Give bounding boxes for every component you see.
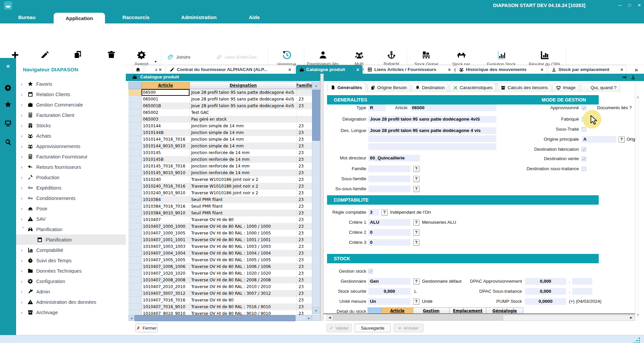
row-selector-cell[interactable]: [128, 203, 142, 210]
tree-item[interactable]: › Facturation Client: [16, 110, 126, 120]
famille-cell[interactable]: 23: [297, 216, 312, 223]
origine-principale-field[interactable]: A: [582, 136, 616, 143]
form-tab[interactable]: Calculs des besoins: [497, 83, 551, 92]
unite-lookup-button[interactable]: ?: [413, 298, 419, 304]
table-row[interactable]: 1010145 Jonction renforcée de 14 mm 23: [128, 149, 312, 156]
rail-icon[interactable]: [4, 120, 12, 127]
row-selector-cell[interactable]: [128, 96, 142, 102]
article-cell[interactable]: 1010384_9010_9010: [142, 210, 190, 216]
tab-close-icon[interactable]: ×: [448, 67, 451, 72]
famille-cell[interactable]: 23: [297, 290, 312, 297]
row-selector-cell[interactable]: [128, 210, 142, 216]
rail-icon[interactable]: [4, 138, 12, 146]
row-selector-cell[interactable]: [128, 163, 142, 169]
row-selector-cell[interactable]: [128, 190, 142, 196]
chevron-icon[interactable]: ›: [21, 123, 26, 128]
minimize-button[interactable]: ─: [615, 2, 624, 9]
article-cell[interactable]: 1010407_1006_1006: [142, 263, 190, 270]
article-cell[interactable]: 1010145: [142, 149, 190, 156]
row-selector-cell[interactable]: [128, 290, 142, 297]
tree-item[interactable]: Planification: [16, 234, 126, 245]
table-row[interactable]: 1010407_7016_7016 Traverse OV HI de 80 2…: [128, 297, 312, 303]
tab-close-icon[interactable]: ×: [288, 67, 291, 72]
tree-item[interactable]: › Configuration: [16, 276, 126, 286]
article-cell[interactable]: 065001B: [142, 102, 190, 109]
row-selector-header[interactable]: [128, 82, 142, 89]
article-cell[interactable]: 1010407_1005_1005: [142, 257, 190, 263]
famille-cell[interactable]: [297, 109, 312, 116]
destination-fabrication-checkbox[interactable]: [582, 147, 586, 152]
chevron-icon[interactable]: ›: [21, 133, 26, 139]
table-row[interactable]: 1010144 Jonction simple de 14 mm 23: [128, 123, 312, 129]
designation-cell[interactable]: Traverse W1010186 joint noir x 2: [190, 190, 297, 196]
famille-cell[interactable]: 23: [297, 136, 312, 143]
tree-item[interactable]: › Données Techniques: [16, 266, 126, 276]
article-cell[interactable]: 065001: [142, 96, 190, 102]
article-cell[interactable]: 1010407_1000_1005: [142, 230, 190, 236]
chevron-icon[interactable]: ›: [21, 310, 26, 315]
tab-close-icon[interactable]: ×: [159, 67, 162, 72]
table-row[interactable]: 1010145_7016_7016 Jonction renforcée de …: [128, 163, 312, 169]
designation-cell[interactable]: Traverse OV HI de 80 RAL : 1004 / 1004: [190, 250, 297, 257]
table-row[interactable]: 1010407_2010_2010 Traverse OV HI de 80 R…: [128, 283, 312, 290]
dpac-st-field[interactable]: 0,000: [525, 288, 566, 295]
famille-cell[interactable]: 23: [297, 163, 312, 169]
form-tab[interactable]: Destination: [412, 83, 448, 92]
detail-header-emplacement[interactable]: Emplacement: [449, 307, 486, 314]
designation-cell[interactable]: Joue 28 profil talon 95 sans patte dodéc…: [190, 89, 297, 96]
detail-header-gestion[interactable]: Gestion: [413, 307, 449, 314]
critere2-field[interactable]: 0: [368, 229, 411, 236]
table-row[interactable]: 06500 Joue 28 profil talon 95 sans patte…: [128, 89, 312, 96]
chevron-icon[interactable]: ›: [21, 154, 26, 159]
sous-traite-checkbox[interactable]: [582, 127, 586, 132]
designation-cell[interactable]: Traverse OV HI de 80: [190, 216, 297, 223]
documents-lies-label[interactable]: Documents liés ?: [597, 105, 632, 111]
des-longue-field-2[interactable]: [368, 135, 496, 142]
famille-cell[interactable]: 23: [297, 149, 312, 156]
table-row[interactable]: 1010384_7016_7016 Seuil PMR filant 23: [128, 203, 312, 210]
table-row[interactable]: 1010407_1006_1006 Traverse OV HI de 80 R…: [128, 263, 312, 270]
article-cell[interactable]: 065003: [142, 116, 190, 123]
table-row[interactable]: 1010407_1001_1001 Traverse OV HI de 80 R…: [128, 236, 312, 243]
row-selector-cell[interactable]: [128, 89, 142, 96]
article-cell[interactable]: 1010144B: [142, 129, 190, 136]
chevron-icon[interactable]: ›: [21, 81, 26, 87]
menu-item[interactable]: Administration: [167, 11, 231, 23]
article-field[interactable]: 06500: [410, 105, 496, 111]
designation-cell[interactable]: Traverse OV HI de 80 RAL : 1020 / 1020: [190, 270, 297, 277]
tree-item[interactable]: › Production: [16, 172, 126, 183]
joindre-button[interactable]: Joindre: [168, 54, 191, 60]
row-selector-cell[interactable]: [128, 310, 142, 315]
collapse-sidebar-button[interactable]: «: [0, 59, 16, 72]
dpac-appro-field[interactable]: 0,000: [525, 278, 566, 285]
table-row[interactable]: 1010407_1000_1000 Traverse OV HI de 80 R…: [128, 223, 312, 230]
designation-cell[interactable]: Traverse OV HI de 80 RAL : 1001 / 1001: [190, 236, 297, 243]
designation-cell[interactable]: Seuil PMR filant: [190, 203, 297, 210]
form-tab[interactable]: Caractéristiques: [449, 83, 496, 92]
famille-cell[interactable]: 23: [297, 176, 312, 183]
designation-cell[interactable]: Traverse OV HI de 80 RAL : 9010 / 9010: [190, 310, 297, 315]
table-row[interactable]: 1010407_1003_1003 Traverse OV HI de 80 R…: [128, 243, 312, 250]
designation-cell[interactable]: Test GAC: [190, 109, 297, 116]
table-row[interactable]: 1010407 Traverse OV HI de 80 23: [128, 216, 312, 223]
famille-cell[interactable]: 23: [297, 203, 312, 210]
row-selector-cell[interactable]: [128, 156, 142, 163]
chevron-icon[interactable]: ›: [21, 175, 26, 180]
document-tab[interactable]: Stock par emplacement ×: [548, 65, 627, 74]
unite-mesure-field[interactable]: Un: [368, 298, 411, 305]
article-cell[interactable]: 1010407_3007_3012: [142, 290, 190, 297]
form-scroll-up-arrow[interactable]: ∧: [635, 95, 640, 99]
tree-item[interactable]: › Conditionnements: [16, 193, 126, 203]
chevron-icon[interactable]: ›: [21, 206, 26, 211]
table-row[interactable]: 1010145B Jonction renforcée de 14 mm 23: [128, 156, 312, 163]
chevron-icon[interactable]: ›: [21, 143, 26, 149]
article-cell[interactable]: 1010407_1003_1003: [142, 243, 190, 250]
article-cell[interactable]: 1010407_7016_7016: [142, 297, 190, 303]
critere1-lookup-button[interactable]: ?: [413, 219, 419, 225]
row-selector-cell[interactable]: [128, 183, 142, 190]
type-field[interactable]: R: [368, 105, 386, 111]
row-selector-cell[interactable]: [128, 109, 142, 116]
form-scroll-down-arrow[interactable]: ∨: [635, 313, 640, 317]
designation-cell[interactable]: Traverse OV HI de 80 RAL : 1006 / 1006: [190, 263, 297, 270]
tree-item[interactable]: › Expéditions: [16, 183, 126, 193]
